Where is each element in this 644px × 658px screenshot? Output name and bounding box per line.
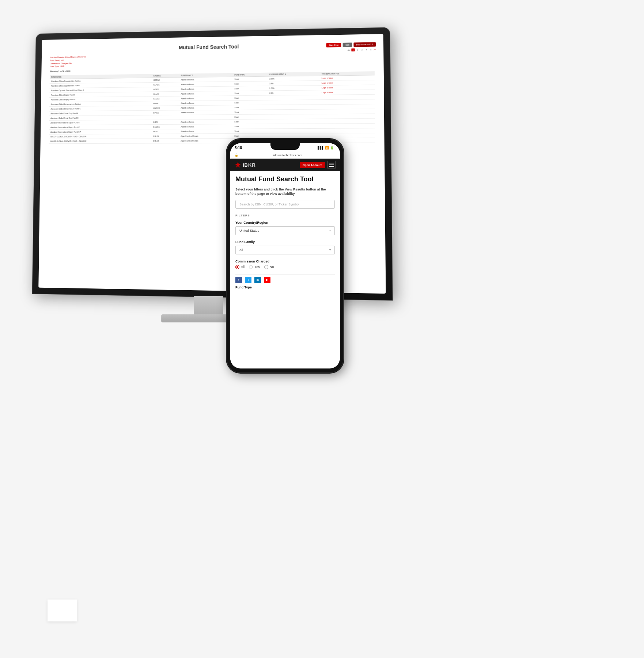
login-to-view-link[interactable]: Login to View xyxy=(322,91,333,94)
table-cell-0-3: Stock xyxy=(233,76,268,82)
hamburger-menu-button[interactable] xyxy=(327,161,336,169)
table-cell-11-4 xyxy=(268,129,321,134)
commission-no-label: No xyxy=(270,265,274,269)
download-button[interactable]: Download to XLS xyxy=(353,42,376,47)
table-cell-5-5 xyxy=(320,99,375,105)
hamburger-line-3 xyxy=(329,166,334,167)
country-dropdown[interactable]: United States ▾ xyxy=(235,226,335,235)
fund-family-filter-label: Fund Family xyxy=(235,240,335,244)
fund-type-filter-label: Fund Type xyxy=(235,285,335,289)
table-cell-10-1: GEGCX xyxy=(152,124,179,129)
phone-social-links: f t in ▶ xyxy=(235,274,335,285)
table-cell-12-4 xyxy=(268,133,321,139)
fund-family-dropdown-value: All xyxy=(239,248,243,252)
table-cell-3-4: 2.1% xyxy=(268,90,320,95)
open-account-button[interactable]: Open Account xyxy=(300,162,325,168)
table-cell-11-0: Aberdeen International Equity Fund C A xyxy=(49,129,152,135)
login-to-view-link[interactable]: Login to View xyxy=(322,82,333,84)
page-5[interactable]: 5 xyxy=(369,48,372,51)
page-1[interactable]: 1 xyxy=(352,48,355,51)
table-cell-11-2: Aberdeen Funds xyxy=(179,129,233,134)
commission-no-option[interactable]: No xyxy=(264,265,274,269)
start-over-button[interactable]: Start Over xyxy=(326,43,341,48)
commission-yes-label: Yes xyxy=(254,265,260,269)
table-cell-3-5: Login to View xyxy=(320,90,375,95)
edit-button[interactable]: Edit xyxy=(343,42,352,47)
table-cell-13-0: ALGER GLOBAL GROWTH FUND - CLASS C xyxy=(49,139,152,144)
white-square-decoration xyxy=(48,600,77,621)
description-normal: Select your filters and click the xyxy=(235,188,285,191)
ibkr-logo-text: IBKR xyxy=(243,162,256,168)
commission-all-option[interactable]: All xyxy=(235,265,245,269)
desktop-page-title: Mutual Fund Search Tool xyxy=(50,41,374,52)
phone-search-input[interactable]: Search by ISIN, CUSIP, or Ticker Symbol xyxy=(235,200,335,209)
commission-yes-radio[interactable] xyxy=(249,265,253,269)
table-cell-7-5 xyxy=(320,109,375,114)
table-cell-10-5 xyxy=(320,124,375,129)
table-cell-6-5 xyxy=(320,104,375,109)
phone-time: 5:18 xyxy=(235,146,242,150)
phone-frame: 5:18 ▌▌▌ 📶 🔋 🔒 interactivebrokers.com xyxy=(227,139,344,373)
country-dropdown-value: United States xyxy=(239,229,259,232)
table-cell-5-3: Stock xyxy=(233,100,268,105)
table-cell-7-1: CPICX xyxy=(152,110,179,115)
ibkr-star-icon xyxy=(235,162,241,168)
commission-all-radio[interactable] xyxy=(235,265,239,269)
table-cell-3-2: Aberdeen Funds xyxy=(179,91,233,96)
fund-family-dropdown[interactable]: All ▾ xyxy=(235,246,335,254)
phone-notch xyxy=(270,143,300,150)
commission-yes-option[interactable]: Yes xyxy=(249,265,260,269)
table-cell-9-1: GGAX xyxy=(152,120,179,125)
youtube-icon[interactable]: ▶ xyxy=(264,277,270,283)
phone-screen: 5:18 ▌▌▌ 📶 🔋 🔒 interactivebrokers.com xyxy=(230,143,340,368)
lock-icon: 🔒 xyxy=(235,154,238,157)
table-cell-8-5 xyxy=(320,114,375,119)
twitter-icon[interactable]: t xyxy=(245,277,251,283)
country-chevron-icon: ▾ xyxy=(329,229,331,232)
facebook-icon[interactable]: f xyxy=(235,277,242,283)
fund-type-filter-section: Fund Type xyxy=(235,285,335,289)
login-to-view-link[interactable]: Login to View xyxy=(322,87,333,89)
table-cell-0-1: GOPAX xyxy=(152,77,179,83)
table-cell-8-1 xyxy=(152,115,179,120)
table-cell-12-2: Alger Family of Funds xyxy=(179,134,233,139)
signal-icon: ▌▌▌ xyxy=(318,146,324,150)
commission-all-label: All xyxy=(241,265,245,269)
table-cell-5-2: Aberdeen Funds xyxy=(179,101,233,106)
monitor-stand-neck xyxy=(194,296,223,314)
desktop-filters-info: Investor Country: United States of Ameri… xyxy=(50,51,374,68)
table-cell-1-1: GLPCX xyxy=(152,82,179,87)
commission-no-radio[interactable] xyxy=(264,265,268,269)
table-cell-8-4 xyxy=(268,114,321,119)
fund-family-chevron-icon: ▾ xyxy=(329,248,331,252)
table-cell-7-4 xyxy=(268,109,321,114)
table-cell-6-4 xyxy=(268,105,320,110)
country-filter-section: Your Country/Region United States ▾ xyxy=(235,221,335,235)
commission-all-dot xyxy=(236,266,238,268)
table-cell-3-3: Stock xyxy=(233,91,268,96)
table-cell-10-4 xyxy=(268,124,321,129)
table-cell-9-4 xyxy=(268,119,321,124)
login-to-view-link[interactable]: Login to View xyxy=(322,77,333,79)
table-cell-6-1: AWCCK xyxy=(152,106,179,110)
phone-header: IBKR Open Account xyxy=(230,159,340,171)
page-2[interactable]: 2 xyxy=(356,48,359,51)
table-cell-11-1: FGAIX xyxy=(152,129,179,134)
table-cell-8-3: Stock xyxy=(233,114,268,120)
page-4[interactable]: 4 xyxy=(365,48,368,51)
linkedin-icon[interactable]: in xyxy=(254,277,261,283)
table-cell-4-5 xyxy=(320,94,375,99)
table-cell-5-4 xyxy=(268,100,320,105)
table-cell-13-2: Alger Family of Funds xyxy=(179,139,233,143)
table-cell-4-2: Aberdeen Funds xyxy=(179,96,233,101)
next-page-icon[interactable]: >> xyxy=(374,49,376,51)
phone-url-bar[interactable]: interactivebrokers.com xyxy=(239,154,336,157)
description-bold: View Results xyxy=(285,188,305,191)
page-3[interactable]: 3 xyxy=(360,48,364,51)
phone-page-title: Mutual Fund Search Tool xyxy=(235,175,335,184)
table-cell-1-3: Stock xyxy=(233,81,268,86)
table-cell-7-2: Aberdeen Funds xyxy=(179,110,233,115)
phone-wrapper: 5:18 ▌▌▌ 📶 🔋 🔒 interactivebrokers.com xyxy=(227,139,344,373)
country-filter-label: Your Country/Region xyxy=(235,221,335,224)
table-cell-9-2: Aberdeen Funds xyxy=(179,120,233,125)
